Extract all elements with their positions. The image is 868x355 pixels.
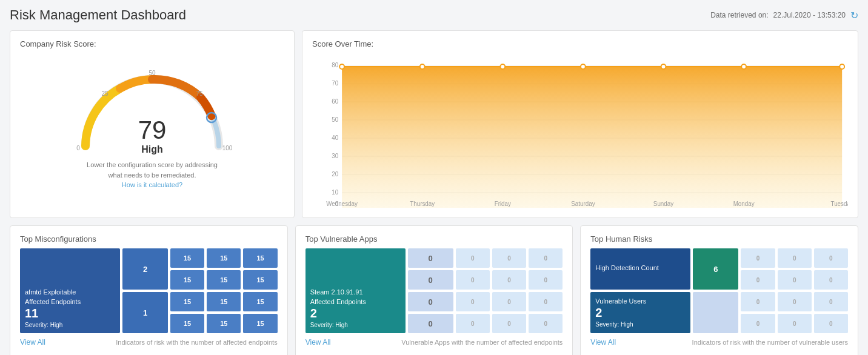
tr-cell-9: 15: [243, 292, 277, 311]
misconfig-affected-label: Affected Endpoints: [25, 298, 115, 305]
vuln-treemap-right: 0 0 0 0 0 0 0 0 0 0: [456, 248, 563, 333]
hr-10: 0: [741, 314, 775, 333]
human-treemap-right: 0 0 0 0 0 0 0 0 0 0: [741, 248, 848, 333]
svg-text:Sunday: Sunday: [653, 201, 673, 207]
misconfig-severity: Severity: High: [25, 322, 115, 328]
misconfig-footer-desc: Indicators of risk with the number of af…: [116, 339, 277, 346]
tr-cell-12: 15: [243, 314, 277, 333]
vuln-mid-4: 0: [408, 314, 453, 333]
svg-text:80: 80: [332, 62, 338, 68]
hr-11: 0: [778, 314, 812, 333]
svg-point-29: [741, 64, 746, 69]
vuln-affected-count: 2: [310, 307, 401, 320]
human-severity: Severity: High: [595, 321, 686, 328]
svg-point-24: [339, 64, 344, 69]
header: Risk Management Dashboard Data retrieved…: [10, 7, 858, 23]
gauge-container: 0 25 50 75 100 79 High: [67, 58, 237, 155]
page-title: Risk Management Dashboard: [10, 7, 186, 23]
misconfigurations-card: Top Misconfigurations afmtd Exploitable …: [10, 225, 288, 355]
svg-point-26: [500, 64, 505, 69]
vuln-apps-treemap: Steam 2.10.91.91 Affected Endpoints 2 Se…: [305, 248, 563, 333]
vuln-mid-1: 0: [408, 248, 453, 268]
misconfigurations-title: Top Misconfigurations: [20, 234, 278, 244]
svg-text:0: 0: [76, 145, 80, 151]
svg-text:25: 25: [101, 90, 109, 97]
tr-cell-4: 15: [170, 270, 204, 290]
svg-point-25: [420, 64, 425, 69]
human-mid-2: [693, 292, 738, 333]
data-retrieved-value: 22.Jul.2020 - 13:53:20: [773, 11, 846, 19]
refresh-icon[interactable]: ↻: [850, 10, 858, 21]
svg-text:50: 50: [149, 70, 156, 76]
human-risks-title: Top Human Risks: [590, 234, 848, 244]
vuln-treemap-middle: 0 0 0 0: [408, 248, 453, 333]
gauge-description: Lower the configuration score by address…: [87, 160, 218, 190]
risk-score-title: Company Risk Score:: [20, 39, 96, 48]
hr-6: 0: [814, 270, 848, 290]
human-view-all[interactable]: View All: [590, 338, 616, 347]
vr-12: 0: [529, 314, 563, 333]
tr-cell-7: 15: [170, 292, 204, 311]
how-calculated-link[interactable]: How is it calculated?: [122, 181, 182, 188]
svg-text:10: 10: [332, 189, 338, 196]
vr-4: 0: [456, 270, 490, 290]
svg-text:50: 50: [332, 116, 338, 123]
svg-text:20: 20: [332, 171, 338, 178]
tr-cell-2: 15: [207, 248, 241, 268]
hr-1: 0: [741, 248, 775, 268]
vuln-apps-footer: View All Vulnerable Apps with the number…: [305, 338, 563, 347]
svg-text:75: 75: [196, 90, 203, 97]
svg-text:Monday: Monday: [733, 201, 755, 207]
vuln-affected-label: Affected Endpoints: [310, 298, 401, 305]
tr-cell-11: 15: [207, 314, 241, 333]
chart-svg: 80 70 60 50 40 30 20 10 0: [312, 53, 848, 208]
human-footer-desc: Indicators of risk with the number of vu…: [692, 339, 848, 346]
hr-8: 0: [778, 292, 812, 311]
vr-9: 0: [529, 292, 563, 311]
vr-11: 0: [492, 314, 526, 333]
tr-cell-8: 15: [207, 292, 241, 311]
hr-5: 0: [778, 270, 812, 290]
vr-2: 0: [492, 248, 526, 268]
vuln-mid-2: 0: [408, 270, 453, 290]
treemap-mid-cell-1: 2: [122, 248, 168, 290]
score-over-time-title: Score Over Time:: [312, 39, 848, 48]
human-mid-1: 6: [693, 248, 738, 290]
header-right: Data retrieved on: 22.Jul.2020 - 13:53:2…: [710, 10, 858, 21]
vuln-view-all[interactable]: View All: [305, 338, 331, 347]
chart-area: 80 70 60 50 40 30 20 10 0: [312, 53, 848, 208]
page: Risk Management Dashboard Data retrieved…: [0, 0, 868, 355]
hr-9: 0: [814, 292, 848, 311]
human-main-top: High Detection Count: [590, 248, 690, 290]
hr-7: 0: [741, 292, 775, 311]
misconfig-affected-count: 11: [25, 307, 115, 320]
vr-6: 0: [529, 270, 563, 290]
vr-8: 0: [492, 292, 526, 311]
vuln-footer-desc: Vulnerable Apps with the number of affec…: [401, 339, 563, 346]
svg-point-27: [581, 64, 586, 69]
human-affected-count: 2: [595, 306, 686, 320]
misconfigurations-treemap: afmtd Exploitable Affected Endpoints 11 …: [20, 248, 278, 333]
vulnerable-apps-title: Top Vulnerable Apps: [305, 234, 563, 244]
vr-7: 0: [456, 292, 490, 311]
misconfig-view-all[interactable]: View All: [20, 338, 45, 347]
human-main-col: High Detection Count Vulnerable Users 2 …: [590, 248, 690, 333]
hr-12: 0: [814, 314, 848, 333]
misconfig-app-name: afmtd Exploitable: [25, 288, 115, 296]
svg-text:30: 30: [332, 153, 338, 159]
misconfigurations-footer: View All Indicators of risk with the num…: [20, 338, 278, 347]
hr-2: 0: [778, 248, 812, 268]
treemap-right-col: 15 15 15 15 15 15 15 15 15: [170, 248, 278, 333]
human-risks-treemap: High Detection Count Vulnerable Users 2 …: [590, 248, 848, 333]
human-app-name: High Detection Count: [595, 264, 686, 271]
svg-text:Saturday: Saturday: [571, 201, 595, 207]
human-risks-card: Top Human Risks High Detection Count Vul…: [580, 225, 858, 355]
bottom-row: Top Misconfigurations afmtd Exploitable …: [10, 225, 858, 355]
vr-1: 0: [456, 248, 490, 268]
human-affected-label: Vulnerable Users: [595, 297, 686, 305]
treemap-main-cell: afmtd Exploitable Affected Endpoints 11 …: [20, 248, 120, 333]
svg-text:40: 40: [332, 134, 338, 141]
svg-text:Tuesday: Tuesday: [831, 201, 848, 207]
gauge-level: High: [141, 144, 163, 155]
svg-text:60: 60: [332, 98, 338, 105]
